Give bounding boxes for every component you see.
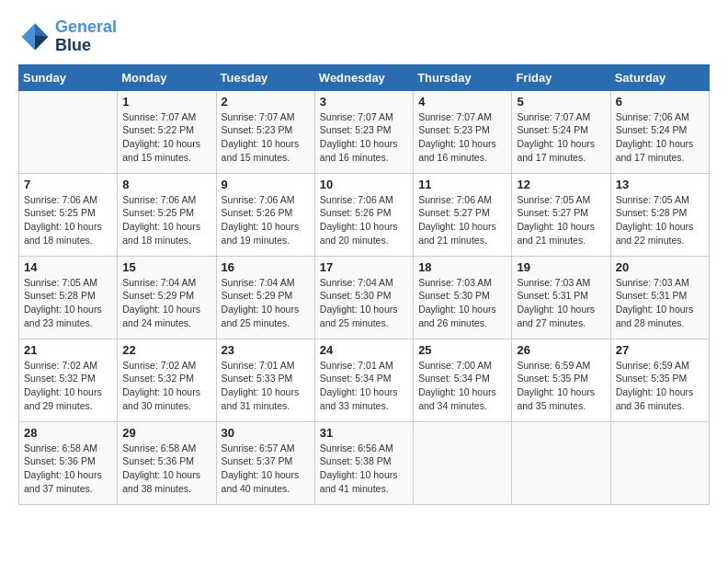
day-info: Sunrise: 7:07 AMSunset: 5:23 PMDaylight:… <box>320 110 408 165</box>
day-info: Sunrise: 6:58 AMSunset: 5:36 PMDaylight:… <box>24 442 112 496</box>
calendar-cell: 18Sunrise: 7:03 AMSunset: 5:30 PMDayligh… <box>414 256 512 339</box>
calendar-cell <box>610 421 709 504</box>
day-number: 8 <box>122 178 210 191</box>
day-info: Sunrise: 7:06 AMSunset: 5:26 PMDaylight:… <box>320 193 408 247</box>
day-number: 25 <box>418 343 506 357</box>
day-info: Sunrise: 7:00 AMSunset: 5:34 PMDaylight:… <box>418 359 506 413</box>
day-info: Sunrise: 7:03 AMSunset: 5:31 PMDaylight:… <box>517 276 605 330</box>
day-number: 14 <box>24 260 112 274</box>
day-number: 6 <box>616 95 704 109</box>
day-info: Sunrise: 7:02 AMSunset: 5:32 PMDaylight:… <box>122 359 210 413</box>
week-row-0: 1Sunrise: 7:07 AMSunset: 5:22 PMDaylight… <box>19 90 710 173</box>
header-cell-tuesday: Tuesday <box>216 64 314 90</box>
calendar-cell: 9Sunrise: 7:06 AMSunset: 5:26 PMDaylight… <box>216 173 314 256</box>
calendar-cell: 5Sunrise: 7:07 AMSunset: 5:24 PMDaylight… <box>512 90 610 173</box>
day-info: Sunrise: 7:02 AMSunset: 5:32 PMDaylight:… <box>24 359 112 413</box>
day-info: Sunrise: 7:04 AMSunset: 5:29 PMDaylight:… <box>222 276 310 330</box>
day-number: 19 <box>517 260 605 274</box>
day-number: 12 <box>517 178 605 191</box>
svg-marker-1 <box>35 23 48 36</box>
calendar-cell: 30Sunrise: 6:57 AMSunset: 5:37 PMDayligh… <box>216 421 314 504</box>
header-cell-thursday: Thursday <box>414 64 512 90</box>
day-number: 9 <box>222 178 310 191</box>
day-number: 7 <box>24 178 112 191</box>
day-number: 4 <box>418 95 506 109</box>
calendar-cell: 6Sunrise: 7:06 AMSunset: 5:24 PMDaylight… <box>610 90 709 173</box>
day-number: 2 <box>222 95 310 109</box>
day-info: Sunrise: 7:03 AMSunset: 5:31 PMDaylight:… <box>616 276 704 330</box>
calendar-table: SundayMondayTuesdayWednesdayThursdayFrid… <box>18 64 710 505</box>
calendar-cell: 7Sunrise: 7:06 AMSunset: 5:25 PMDaylight… <box>19 173 118 256</box>
day-info: Sunrise: 7:01 AMSunset: 5:34 PMDaylight:… <box>320 359 408 413</box>
day-number: 13 <box>616 178 704 191</box>
calendar-cell: 10Sunrise: 7:06 AMSunset: 5:26 PMDayligh… <box>314 173 413 256</box>
day-number: 20 <box>616 260 704 274</box>
day-info: Sunrise: 6:59 AMSunset: 5:35 PMDaylight:… <box>517 359 605 413</box>
day-info: Sunrise: 7:06 AMSunset: 5:25 PMDaylight:… <box>122 193 210 247</box>
day-number: 23 <box>222 343 310 357</box>
day-info: Sunrise: 7:07 AMSunset: 5:23 PMDaylight:… <box>222 110 310 165</box>
day-info: Sunrise: 7:05 AMSunset: 5:28 PMDaylight:… <box>616 193 704 247</box>
header-cell-monday: Monday <box>118 64 216 90</box>
day-number: 1 <box>122 95 210 109</box>
header-cell-friday: Friday <box>512 64 610 90</box>
logo-icon <box>18 20 51 53</box>
calendar-cell: 23Sunrise: 7:01 AMSunset: 5:33 PMDayligh… <box>216 339 314 421</box>
week-row-2: 14Sunrise: 7:05 AMSunset: 5:28 PMDayligh… <box>19 256 710 339</box>
calendar-cell: 22Sunrise: 7:02 AMSunset: 5:32 PMDayligh… <box>118 339 216 421</box>
calendar-cell: 27Sunrise: 6:59 AMSunset: 5:35 PMDayligh… <box>610 339 709 421</box>
calendar-cell: 2Sunrise: 7:07 AMSunset: 5:23 PMDaylight… <box>216 90 314 173</box>
day-number: 26 <box>517 343 605 357</box>
day-number: 10 <box>320 178 408 191</box>
week-row-1: 7Sunrise: 7:06 AMSunset: 5:25 PMDaylight… <box>19 173 710 256</box>
header-cell-saturday: Saturday <box>610 64 709 90</box>
day-number: 24 <box>320 343 408 357</box>
calendar-cell <box>512 421 610 504</box>
day-info: Sunrise: 7:07 AMSunset: 5:22 PMDaylight:… <box>122 110 210 165</box>
day-info: Sunrise: 7:06 AMSunset: 5:26 PMDaylight:… <box>222 193 310 247</box>
calendar-cell: 24Sunrise: 7:01 AMSunset: 5:34 PMDayligh… <box>314 339 413 421</box>
calendar-cell: 4Sunrise: 7:07 AMSunset: 5:23 PMDaylight… <box>414 90 512 173</box>
day-info: Sunrise: 6:56 AMSunset: 5:38 PMDaylight:… <box>320 442 408 496</box>
day-number: 15 <box>122 260 210 274</box>
calendar-cell: 21Sunrise: 7:02 AMSunset: 5:32 PMDayligh… <box>19 339 118 421</box>
calendar-cell: 11Sunrise: 7:06 AMSunset: 5:27 PMDayligh… <box>414 173 512 256</box>
day-number: 18 <box>418 260 506 274</box>
day-number: 29 <box>122 426 210 440</box>
day-info: Sunrise: 6:59 AMSunset: 5:35 PMDaylight:… <box>616 359 704 413</box>
day-number: 30 <box>222 426 310 440</box>
calendar-body: 1Sunrise: 7:07 AMSunset: 5:22 PMDaylight… <box>19 90 710 504</box>
logo: General Blue <box>18 18 117 55</box>
svg-marker-2 <box>35 35 48 50</box>
day-number: 31 <box>320 426 408 440</box>
day-number: 16 <box>222 260 310 274</box>
day-info: Sunrise: 6:58 AMSunset: 5:36 PMDaylight:… <box>122 442 210 496</box>
day-number: 22 <box>122 343 210 357</box>
calendar-cell: 28Sunrise: 6:58 AMSunset: 5:36 PMDayligh… <box>19 421 118 504</box>
calendar-cell: 17Sunrise: 7:04 AMSunset: 5:30 PMDayligh… <box>314 256 413 339</box>
calendar-cell: 26Sunrise: 6:59 AMSunset: 5:35 PMDayligh… <box>512 339 610 421</box>
day-number: 21 <box>24 343 112 357</box>
day-number: 28 <box>24 426 112 440</box>
day-info: Sunrise: 7:05 AMSunset: 5:27 PMDaylight:… <box>517 193 605 247</box>
calendar-cell: 29Sunrise: 6:58 AMSunset: 5:36 PMDayligh… <box>118 421 216 504</box>
day-number: 27 <box>616 343 704 357</box>
day-info: Sunrise: 7:04 AMSunset: 5:29 PMDaylight:… <box>122 276 210 330</box>
calendar-cell: 13Sunrise: 7:05 AMSunset: 5:28 PMDayligh… <box>610 173 709 256</box>
calendar-cell: 16Sunrise: 7:04 AMSunset: 5:29 PMDayligh… <box>216 256 314 339</box>
day-number: 3 <box>320 95 408 109</box>
calendar-cell: 14Sunrise: 7:05 AMSunset: 5:28 PMDayligh… <box>19 256 118 339</box>
header-cell-wednesday: Wednesday <box>314 64 413 90</box>
day-info: Sunrise: 7:06 AMSunset: 5:27 PMDaylight:… <box>418 193 506 247</box>
calendar-cell: 1Sunrise: 7:07 AMSunset: 5:22 PMDaylight… <box>118 90 216 173</box>
day-number: 11 <box>418 178 506 191</box>
calendar-cell: 8Sunrise: 7:06 AMSunset: 5:25 PMDaylight… <box>118 173 216 256</box>
calendar-cell: 19Sunrise: 7:03 AMSunset: 5:31 PMDayligh… <box>512 256 610 339</box>
day-info: Sunrise: 7:07 AMSunset: 5:24 PMDaylight:… <box>517 110 605 165</box>
logo-text: General Blue <box>55 18 117 55</box>
calendar-cell <box>414 421 512 504</box>
day-info: Sunrise: 6:57 AMSunset: 5:37 PMDaylight:… <box>222 442 310 496</box>
header-row: SundayMondayTuesdayWednesdayThursdayFrid… <box>19 64 710 90</box>
day-info: Sunrise: 7:05 AMSunset: 5:28 PMDaylight:… <box>24 276 112 330</box>
day-info: Sunrise: 7:03 AMSunset: 5:30 PMDaylight:… <box>418 276 506 330</box>
